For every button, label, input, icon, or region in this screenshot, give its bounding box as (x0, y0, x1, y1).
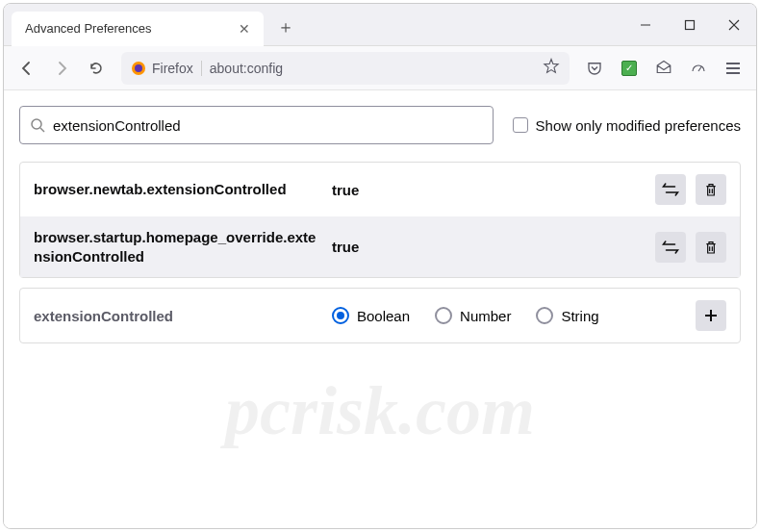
pref-name: browser.startup.homepage_override.extens… (34, 228, 322, 266)
pref-value: true (332, 239, 646, 255)
window-close-button[interactable] (712, 4, 756, 46)
prefs-list: browser.newtab.extensionControlled true … (19, 162, 741, 278)
radio-icon (536, 307, 553, 324)
pref-name: browser.newtab.extensionControlled (34, 180, 322, 199)
svg-rect-1 (686, 20, 695, 29)
watermark: pcrisk.com (4, 371, 756, 451)
svg-point-9 (32, 119, 41, 129)
svg-point-5 (135, 64, 142, 72)
identity-box[interactable]: Firefox (131, 61, 202, 76)
pocket-icon[interactable] (579, 53, 610, 84)
radio-icon (435, 307, 452, 324)
tab-title: Advanced Preferences (25, 21, 152, 36)
type-radio-group: Boolean Number String (303, 307, 686, 324)
show-modified-label: Show only modified preferences (536, 117, 741, 134)
maximize-button[interactable] (668, 4, 712, 46)
tab[interactable]: Advanced Preferences ✕ (12, 12, 264, 46)
pref-value: true (332, 182, 646, 198)
window-controls (623, 4, 756, 46)
content: Show only modified preferences browser.n… (4, 90, 756, 528)
toolbar: Firefox about:config ✓ (4, 46, 756, 90)
radio-label: String (561, 308, 598, 324)
pref-row: browser.startup.homepage_override.extens… (20, 216, 740, 277)
mail-icon[interactable] (648, 53, 679, 84)
window: Advanced Preferences ✕ ＋ (3, 3, 757, 529)
search-row: Show only modified preferences (19, 106, 741, 144)
show-modified-row[interactable]: Show only modified preferences (513, 117, 741, 134)
bookmark-star-icon[interactable] (543, 58, 560, 79)
radio-number[interactable]: Number (435, 307, 511, 324)
new-pref-row: extensionControlled Boolean Number Strin… (19, 288, 741, 343)
radio-string[interactable]: String (536, 307, 598, 324)
radio-icon (332, 307, 349, 324)
show-modified-checkbox[interactable] (513, 117, 528, 133)
svg-line-10 (40, 128, 44, 132)
delete-button[interactable] (696, 232, 726, 263)
minimize-button[interactable] (623, 4, 668, 46)
speedometer-icon[interactable] (683, 53, 714, 84)
toggle-button[interactable] (655, 174, 686, 205)
search-box[interactable] (19, 106, 494, 144)
reload-button[interactable] (81, 53, 112, 84)
radio-boolean[interactable]: Boolean (332, 307, 410, 324)
urlbar[interactable]: Firefox about:config (121, 52, 570, 85)
delete-button[interactable] (696, 174, 726, 205)
back-button[interactable] (12, 53, 42, 84)
identity-label: Firefox (152, 61, 193, 76)
new-pref-name: extensionControlled (34, 308, 293, 324)
pref-row: browser.newtab.extensionControlled true (20, 163, 740, 216)
new-tab-button[interactable]: ＋ (277, 15, 294, 38)
url-text: about:config (210, 61, 535, 76)
radio-label: Boolean (357, 308, 410, 324)
forward-button[interactable] (46, 53, 77, 84)
firefox-logo-icon (131, 61, 146, 76)
menu-button[interactable] (718, 53, 748, 84)
search-input[interactable] (53, 117, 483, 134)
titlebar: Advanced Preferences ✕ ＋ (4, 4, 756, 46)
close-icon[interactable]: ✕ (239, 21, 250, 37)
radio-label: Number (460, 308, 511, 324)
toggle-button[interactable] (655, 232, 686, 263)
add-button[interactable] (696, 300, 726, 331)
extension-icon[interactable]: ✓ (614, 53, 645, 84)
search-icon (30, 117, 45, 133)
